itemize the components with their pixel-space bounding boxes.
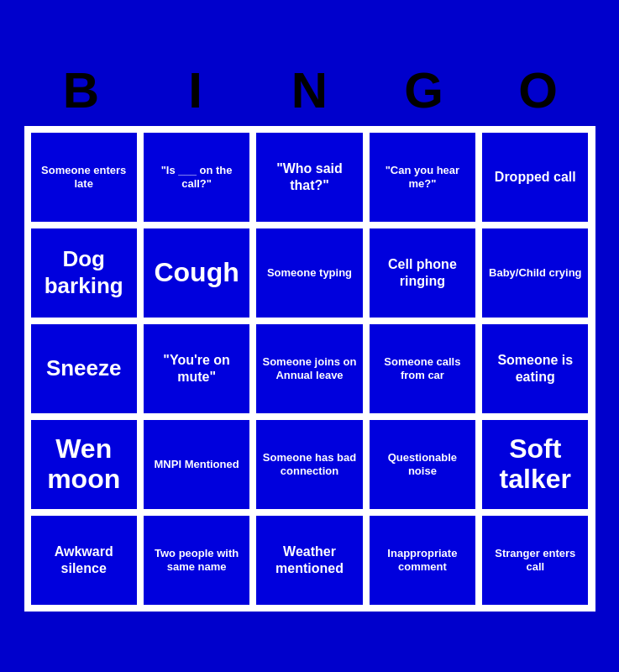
bingo-cell-16[interactable]: MNPI Mentioned bbox=[142, 418, 251, 511]
bingo-cell-11[interactable]: "You're on mute" bbox=[142, 323, 251, 415]
bingo-cell-10[interactable]: Sneeze bbox=[29, 323, 139, 415]
letter-o: O bbox=[488, 61, 589, 119]
bingo-cell-1[interactable]: "Is ___ on the call?" bbox=[142, 131, 251, 223]
bingo-cell-6[interactable]: Cough bbox=[142, 227, 251, 319]
bingo-cell-19[interactable]: Soft talker bbox=[480, 418, 590, 511]
bingo-cell-14[interactable]: Someone is eating bbox=[480, 323, 590, 415]
bingo-cell-23[interactable]: Inappropriate comment bbox=[368, 514, 477, 606]
letter-n: N bbox=[260, 61, 360, 119]
bingo-grid: Someone enters late"Is ___ on the call?"… bbox=[24, 126, 595, 612]
bingo-cell-24[interactable]: Stranger enters call bbox=[480, 514, 590, 606]
bingo-cell-9[interactable]: Baby/Child crying bbox=[480, 227, 590, 319]
bingo-cell-22[interactable]: Weather mentioned bbox=[254, 514, 364, 606]
letter-g: G bbox=[374, 61, 475, 119]
letter-i: I bbox=[145, 61, 246, 119]
bingo-cell-0[interactable]: Someone enters late bbox=[29, 131, 139, 223]
bingo-cell-3[interactable]: "Can you hear me?" bbox=[368, 131, 477, 223]
letter-b: B bbox=[31, 61, 132, 119]
bingo-cell-2[interactable]: "Who said that?" bbox=[254, 131, 364, 223]
bingo-cell-4[interactable]: Dropped call bbox=[480, 131, 590, 223]
bingo-cell-12[interactable]: Someone joins on Annual leave bbox=[254, 323, 364, 415]
bingo-card: B I N G O Someone enters late"Is ___ on … bbox=[16, 53, 604, 620]
bingo-cell-8[interactable]: Cell phone ringing bbox=[368, 227, 477, 319]
bingo-cell-17[interactable]: Someone has bad connection bbox=[254, 418, 364, 511]
bingo-cell-18[interactable]: Questionable noise bbox=[368, 418, 477, 511]
bingo-cell-20[interactable]: Awkward silence bbox=[29, 514, 139, 606]
bingo-cell-15[interactable]: Wen moon bbox=[29, 418, 139, 511]
bingo-cell-5[interactable]: Dog barking bbox=[29, 227, 139, 319]
bingo-header: B I N G O bbox=[24, 61, 595, 119]
bingo-cell-13[interactable]: Someone calls from car bbox=[368, 323, 477, 415]
bingo-cell-21[interactable]: Two people with same name bbox=[142, 514, 251, 606]
bingo-cell-7[interactable]: Someone typing bbox=[254, 227, 364, 319]
